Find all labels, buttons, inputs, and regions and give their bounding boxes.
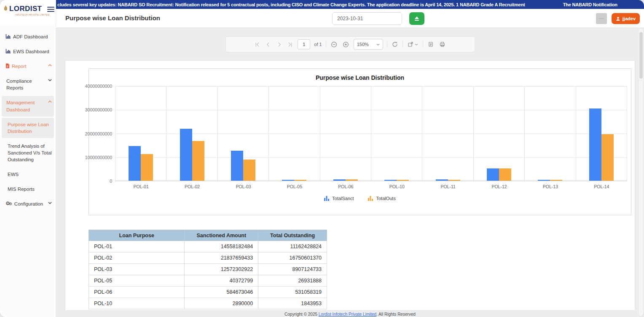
sidebar-item-adf-dashboard[interactable]: ADF Dashboard — [2, 30, 54, 43]
legend-item-totalsanct: TotalSanct — [324, 195, 354, 201]
sidebar-item-compliance-reports[interactable]: Compliance Reports — [2, 74, 54, 95]
export-icon — [414, 16, 420, 21]
gears-icon: ⚙⚙ — [5, 201, 12, 206]
zoom-out-button[interactable] — [330, 41, 338, 49]
sidebar-item-mis-reports[interactable]: MIS Reports — [2, 182, 54, 196]
x-tick-label: POL-03 — [218, 184, 269, 189]
brand-tagline: INFOTECH PRIVATE LIMITED — [15, 14, 50, 16]
app-window: LORDIST INFOTECH PRIVATE LIMITED ADF Das… — [0, 0, 644, 317]
bar-totalouts-pol-14 — [601, 134, 614, 181]
total-outstanding-cell: 11162428824 — [258, 241, 327, 252]
previous-page-button[interactable] — [265, 41, 272, 48]
loan-purpose-cell: POL-10 — [89, 298, 185, 309]
table-row: POL-022183765943316750601370 — [89, 252, 327, 264]
total-outstanding-cell: 8907124733 — [258, 264, 327, 275]
legend-label: TotalSanct — [332, 196, 354, 201]
user-menu-button[interactable]: jjadev — [612, 13, 640, 24]
page-count-label: of 1 — [314, 42, 322, 47]
zoom-in-button[interactable] — [342, 41, 350, 49]
first-page-button[interactable] — [254, 41, 261, 48]
minimize-button[interactable] — [596, 13, 607, 24]
menu-toggle-icon[interactable] — [47, 5, 54, 13]
x-tick-label: POL-13 — [525, 184, 576, 189]
sidebar-item-label: MIS Reports — [8, 186, 52, 192]
print-button[interactable] — [438, 41, 446, 48]
refresh-button[interactable] — [391, 41, 399, 48]
chart-category-pol-14 — [576, 86, 627, 181]
legend-item-totalouts: TotalOuts — [368, 195, 395, 201]
footer-suffix: . All Rights Reserved — [376, 312, 416, 317]
sidebar-item-label: Management Dashboard — [6, 99, 46, 113]
last-page-button[interactable] — [287, 41, 294, 48]
y-tick-label: 30000000000 — [85, 107, 112, 112]
export-button[interactable] — [409, 12, 424, 25]
x-tick-label: POL-10 — [371, 184, 422, 189]
sidebar-item-label: EWS — [8, 171, 52, 178]
sidebar-item-ews[interactable]: EWS — [2, 168, 54, 181]
total-outstanding-cell: 16750601370 — [258, 252, 327, 264]
table-row: POL-03125723029228907124733 — [89, 264, 327, 275]
company-link[interactable]: Lordist Infotech Private Limited — [319, 312, 376, 317]
loan-distribution-table: Loan PurposeSanctioned AmountTotal Outst… — [89, 230, 327, 309]
table-row: POL-06584673046531058319 — [89, 287, 327, 298]
sidebar-item-report[interactable]: Report — [2, 60, 54, 73]
chart-category-pol-01 — [115, 86, 166, 181]
sidebar-item-management-dashboard[interactable]: Management Dashboard — [2, 96, 54, 116]
sidebar-item-purpose-wise-loan-distribution[interactable]: Purpose wise Loan Distribution — [2, 118, 54, 138]
bar-totalouts-pol-10 — [397, 180, 409, 181]
brand-name: LORDIST — [9, 5, 42, 13]
toolbar-divider — [387, 41, 387, 48]
sidebar-item-label: Purpose wise Loan Distribution — [8, 121, 52, 135]
sidebar-item-ews-dashboard[interactable]: EWS Dashboard — [2, 45, 54, 58]
loan-purpose-cell: POL-06 — [89, 287, 185, 298]
bar-totalsanct-pol-11 — [436, 179, 448, 181]
bar-totalouts-pol-05 — [294, 180, 306, 181]
table-header-row: Loan PurposeSanctioned AmountTotal Outst… — [89, 230, 327, 241]
table-row: POL-011455818248411162428824 — [89, 241, 327, 252]
sidebar-item-trend-analysis-of-sanctioned-v-s-total-outstanding[interactable]: Trend Analysis of Sanctioned V/s Total O… — [2, 139, 54, 166]
loan-purpose-cell: POL-01 — [89, 241, 185, 252]
x-tick-label: POL-11 — [422, 184, 473, 189]
sidebar-item-label: EWS Dashboard — [13, 48, 52, 55]
bar-totalsanct-pol-14 — [589, 108, 601, 181]
scrollbar-thumb[interactable] — [639, 32, 643, 79]
brand-logo[interactable]: LORDIST INFOTECH PRIVATE LIMITED — [3, 5, 53, 16]
chart-legend: TotalSanctTotalOuts — [89, 195, 631, 201]
x-tick-label: POL-14 — [576, 184, 627, 189]
page-header: Purpose wise Loan Distribution jjadev — [56, 9, 644, 28]
sanctioned-amount-cell: 14558182484 — [185, 241, 258, 252]
content-scrollbar[interactable] — [639, 29, 643, 316]
user-icon — [616, 16, 620, 21]
bar-totalsanct-pol-06 — [333, 179, 346, 181]
main-area: cludes several key updates: NABARD SO Re… — [56, 0, 644, 317]
bar-totalouts-pol-13 — [550, 180, 562, 181]
sanctioned-amount-cell: 21837659433 — [185, 252, 258, 264]
bar-totalouts-pol-11 — [448, 180, 460, 181]
bar-totalsanct-pol-03 — [231, 151, 243, 181]
sidebar-item-label: Compliance Reports — [6, 78, 46, 91]
content-area: of 1 150% — [56, 28, 644, 317]
chart-category-pol-10 — [371, 86, 422, 181]
chart-y-axis: 4000000000030000000000200000000001000000… — [89, 86, 115, 181]
flame-logo-icon — [3, 5, 8, 11]
footer-prefix: Copyright © 2025 — [284, 312, 319, 317]
report-date-input[interactable] — [332, 12, 402, 25]
toolbar-divider — [402, 41, 403, 48]
chart-plot-area — [115, 86, 627, 181]
x-tick-label: POL-01 — [115, 184, 166, 189]
document-properties-button[interactable] — [427, 41, 435, 48]
sidebar-item-configuration[interactable]: ⚙⚙Configuration — [2, 197, 54, 211]
x-tick-label: POL-05 — [269, 184, 320, 189]
next-page-button[interactable] — [276, 41, 283, 48]
y-tick-label: 40000000000 — [85, 84, 112, 89]
page-number-input[interactable] — [298, 39, 310, 49]
export-dropdown-button[interactable] — [407, 41, 419, 48]
sidebar-item-label: Configuration — [14, 200, 46, 207]
x-tick-label: POL-06 — [320, 184, 371, 189]
sidebar-item-label: Report — [12, 63, 46, 70]
report-file-icon — [5, 63, 10, 68]
sanctioned-amount-cell: 2890000 — [185, 298, 258, 309]
toolbar-divider — [423, 41, 423, 48]
zoom-select[interactable]: 150% — [354, 39, 383, 50]
ticker-text-1: cludes several key updates: NABARD SO Re… — [57, 2, 525, 7]
